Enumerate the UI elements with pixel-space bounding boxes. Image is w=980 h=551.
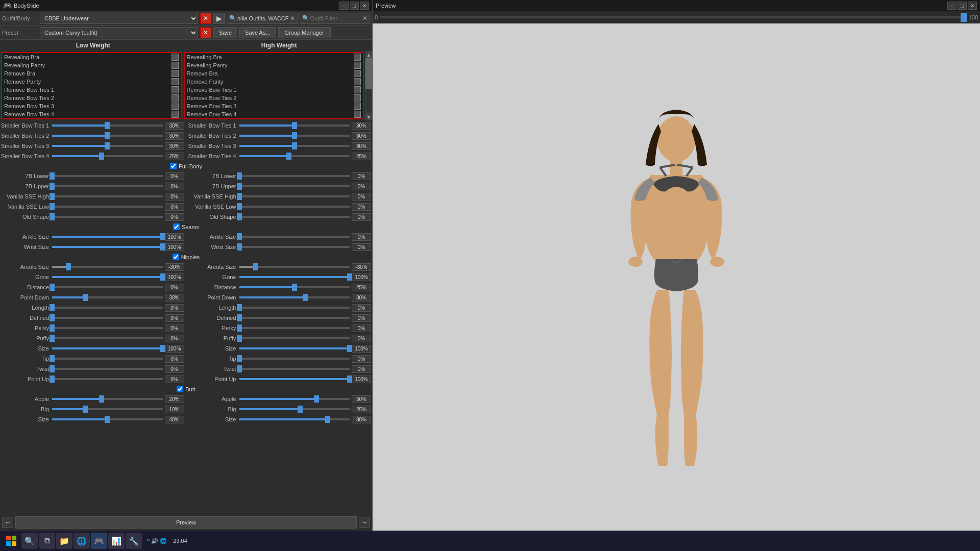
sbt2-right-track[interactable] [239,135,350,137]
outfit-clear-button[interactable]: ✕ [200,13,211,24]
morph-low-2[interactable]: Revealing Panty [2,61,181,69]
morph-high-2[interactable]: Revealing Panty [185,61,363,69]
sliders-area[interactable]: Revealing Bra Revealing Panty Remove Bra [0,51,372,514]
morph-high-cb-2[interactable] [354,62,361,69]
close-button[interactable]: ✕ [360,2,369,10]
preview-minimize-button[interactable]: ─ [947,2,957,10]
sbt2-right-thumb[interactable] [292,132,297,139]
outfit-select[interactable]: CBBE Underwear [40,13,198,24]
search-close-2[interactable]: ✕ [362,15,368,22]
morph-high-1[interactable]: Revealing Bra [185,53,363,61]
slider-7b-lower: 7B Lower 0% 7B Lower [0,171,372,181]
search-input-2[interactable] [310,15,362,21]
sbt1-left-value: 30% [165,122,184,130]
morph-low-cb-6[interactable] [172,94,179,102]
morph-low-1[interactable]: Revealing Bra [2,53,181,61]
search-close-1[interactable]: ✕ [290,15,295,22]
7b-upper-left-track[interactable] [52,185,163,187]
taskbar-app2[interactable]: 📊 [108,533,125,549]
preset-clear-button[interactable]: ✕ [200,27,211,38]
search-input-1[interactable] [237,15,289,21]
nipples-checkbox[interactable] [173,254,179,260]
morph-low-cb-3[interactable] [172,70,179,77]
morph-high-cb-8[interactable] [354,111,361,118]
maximize-button[interactable]: □ [350,2,359,10]
morph-high-7[interactable]: Remove Bow Ties 3 [185,102,363,110]
search-box-1[interactable]: 🔍 ✕ [227,13,298,24]
sbt2-left-thumb[interactable] [105,132,110,139]
morph-high-cb-5[interactable] [354,86,361,93]
morph-high-6[interactable]: Remove Bow Ties 2 [185,94,363,102]
search-box-2[interactable]: 🔍 ✕ [300,13,371,24]
sbt3-left-track[interactable] [52,145,163,147]
apple-left-track[interactable] [52,398,163,400]
sbt4-left-track[interactable] [52,155,163,157]
morph-high-4[interactable]: Remove Panty [185,78,363,86]
sbt1-left-track[interactable] [52,124,163,127]
preview-maximize-button[interactable]: □ [958,2,967,10]
sbt1-right-track[interactable] [239,124,350,127]
morph-low-cb-1[interactable] [172,54,179,61]
sbt4-right-track[interactable] [239,155,350,157]
morph-low-cb-7[interactable] [172,103,179,110]
morph-low-5[interactable]: Remove Bow Ties 1 [2,86,181,94]
sbt3-right-thumb[interactable] [292,142,297,149]
sbt3-right-track[interactable] [239,145,350,147]
morph-low-7[interactable]: Remove Bow Ties 3 [2,102,181,110]
taskbar-taskview[interactable]: ⧉ [39,533,55,549]
start-button[interactable] [2,532,20,550]
morph-low-cb-2[interactable] [172,62,179,69]
morph-scrollbar[interactable]: ▲ ▼ [365,51,372,120]
sbt2-left-track[interactable] [52,135,163,137]
full-body-checkbox[interactable] [170,163,177,169]
7b-lower-left-track[interactable] [52,175,163,177]
morph-low-cb-4[interactable] [172,78,179,85]
morph-high-8[interactable]: Remove Bow Ties 4 [185,110,363,118]
preview-close-button[interactable]: ✕ [968,2,977,10]
minimize-button[interactable]: ─ [339,2,349,10]
sbt4-left-thumb[interactable] [99,153,104,160]
morph-high-5[interactable]: Remove Bow Ties 1 [185,86,363,94]
preview-weight-thumb[interactable] [961,13,967,22]
morph-high-3[interactable]: Remove Bra [185,69,363,78]
morph-high-cb-4[interactable] [354,78,361,85]
morph-low-cb-8[interactable] [172,111,179,118]
preview-weight-track[interactable] [380,16,967,18]
save-as-button[interactable]: Save As... [239,27,276,38]
taskbar-app3[interactable]: 🔧 [126,533,142,549]
morph-high-cb-7[interactable] [354,103,361,110]
morph-low-3[interactable]: Remove Bra [2,69,181,78]
sbt3-right-value: 30% [352,142,371,150]
butt-checkbox[interactable] [177,386,183,392]
preview-button[interactable]: Preview [15,516,357,529]
scroll-thumb[interactable] [365,58,372,89]
morph-low-6[interactable]: Remove Bow Ties 2 [2,94,181,102]
apple-right-track[interactable] [239,398,350,400]
arrow-right-button[interactable]: → [359,517,370,528]
sbt3-left-thumb[interactable] [105,142,110,149]
outfit-nav-button[interactable]: ▶ [213,13,225,24]
morph-high-cb-3[interactable] [354,70,361,77]
save-button[interactable]: Save [213,27,237,38]
7b-upper-right-track[interactable] [239,185,350,187]
taskbar-browser[interactable]: 🌐 [74,533,90,549]
taskbar-files[interactable]: 📁 [56,533,72,549]
arrow-left-button[interactable]: ← [2,517,13,528]
morph-low-4[interactable]: Remove Panty [2,78,181,86]
morph-high-cb-6[interactable] [354,94,361,102]
taskbar-search[interactable]: 🔍 [21,533,38,549]
sbt4-right-thumb[interactable] [286,153,291,160]
morph-low-8[interactable]: Remove Bow Ties 4 [2,110,181,118]
taskbar-app1[interactable]: 🎮 [91,533,107,549]
scroll-up-btn[interactable]: ▲ [365,51,373,58]
scroll-thumb-area[interactable] [365,58,372,113]
morph-high-cb-1[interactable] [354,54,361,61]
preset-select[interactable]: Custom Curvy (outfit) [40,27,198,38]
group-manager-button[interactable]: Group Manager [278,27,331,38]
7b-lower-right-track[interactable] [239,175,350,177]
scroll-down-btn[interactable]: ▼ [365,113,373,120]
sbt1-left-thumb[interactable] [105,122,110,129]
sbt1-right-thumb[interactable] [292,122,297,129]
seams-checkbox[interactable] [173,223,180,230]
morph-low-cb-5[interactable] [172,86,179,93]
